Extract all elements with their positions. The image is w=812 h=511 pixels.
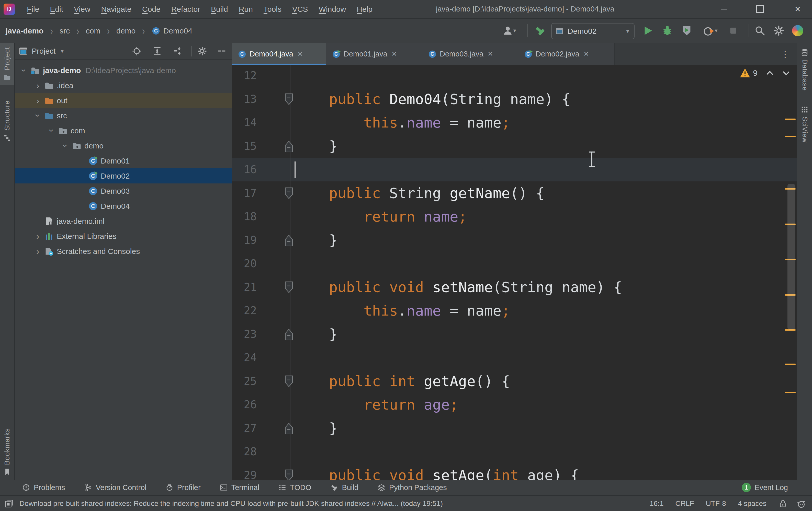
editor-tab-demo02.java[interactable]: CDemo02.java✕ xyxy=(518,43,615,65)
ide-features-button[interactable] xyxy=(791,23,804,39)
fold-marker-end[interactable] xyxy=(283,422,294,434)
chevron-expanded-icon[interactable]: › xyxy=(19,65,29,76)
line-number[interactable]: 22 xyxy=(232,299,257,323)
hide-panel-button[interactable] xyxy=(217,46,227,56)
line-number[interactable]: 16 xyxy=(232,158,257,181)
user-account-button[interactable]: ▾ xyxy=(503,23,516,39)
collapse-all-button[interactable] xyxy=(172,46,182,56)
breadcrumb-item-java-demo[interactable]: java-demo xyxy=(6,27,44,35)
code-line-15[interactable]: 15 } xyxy=(232,134,797,158)
code-editor[interactable]: 1213 public Demo04(String name) {14 this… xyxy=(232,65,797,480)
tree-item-demo04[interactable]: CDemo04 xyxy=(15,199,232,214)
editor-tab-demo04.java[interactable]: CDemo04.java✕ xyxy=(232,43,326,65)
highlighting-level-icon[interactable] xyxy=(796,499,806,509)
run-with-coverage-button[interactable] xyxy=(680,23,693,39)
tool-window-button-python-packages[interactable]: Python Packages xyxy=(377,483,447,492)
tree-item-demo02[interactable]: CDemo02 xyxy=(15,169,232,183)
line-number[interactable]: 27 xyxy=(232,417,257,440)
tool-window-button-version-control[interactable]: Version Control xyxy=(84,483,146,492)
menu-run[interactable]: Run xyxy=(233,0,258,18)
tool-window-switcher-icon[interactable] xyxy=(5,499,14,508)
line-number[interactable]: 23 xyxy=(232,323,257,346)
line-number[interactable]: 20 xyxy=(232,252,257,275)
profiler-button[interactable]: ▾ xyxy=(699,23,721,39)
minimize-button[interactable] xyxy=(712,0,736,18)
breadcrumb-item-demo[interactable]: demo xyxy=(116,27,136,35)
fold-marker-end[interactable] xyxy=(283,328,294,340)
menu-build[interactable]: Build xyxy=(206,0,233,18)
event-log-button[interactable]: 1 Event Log xyxy=(742,483,788,492)
tool-window-button-build[interactable]: Build xyxy=(330,483,358,492)
code-line-13[interactable]: 13 public Demo04(String name) { xyxy=(232,87,797,111)
search-everywhere-button[interactable] xyxy=(753,23,766,39)
warning-stripe-mark[interactable] xyxy=(785,364,795,365)
line-number[interactable]: 13 xyxy=(232,87,257,111)
maximize-button[interactable] xyxy=(748,0,772,18)
tool-stripe-structure[interactable]: Structure xyxy=(0,96,14,146)
warning-stripe-mark[interactable] xyxy=(785,119,795,120)
project-panel-title[interactable]: Project xyxy=(32,47,56,55)
tool-stripe-database[interactable]: Database xyxy=(798,44,812,95)
next-warning-button[interactable] xyxy=(782,68,791,78)
code-line-26[interactable]: 26 return age; xyxy=(232,393,797,417)
warning-stripe-mark[interactable] xyxy=(785,392,795,393)
line-number[interactable]: 15 xyxy=(232,134,257,158)
menu-vcs[interactable]: VCS xyxy=(287,0,314,18)
run-configuration-select[interactable]: Demo02 ▼ xyxy=(551,23,635,39)
tab-close-icon[interactable]: ✕ xyxy=(297,50,303,58)
tab-close-icon[interactable]: ✕ xyxy=(392,50,397,58)
code-line-22[interactable]: 22 this.name = name; xyxy=(232,299,797,323)
tree-item-scratches-and-consoles[interactable]: ›Scratches and Consoles xyxy=(15,244,232,259)
chevron-expanded-icon[interactable]: › xyxy=(61,140,70,151)
breadcrumb-item-com[interactable]: com xyxy=(86,27,100,35)
editor-tab-demo01.java[interactable]: CDemo01.java✕ xyxy=(326,43,423,65)
code-line-14[interactable]: 14 this.name = name; xyxy=(232,111,797,134)
fold-marker-start[interactable] xyxy=(283,93,294,105)
panel-settings-button[interactable] xyxy=(197,46,207,56)
tree-item--idea[interactable]: ›.idea xyxy=(15,78,232,93)
code-line-20[interactable]: 20 xyxy=(232,252,797,275)
previous-warning-button[interactable] xyxy=(765,68,775,78)
tree-item-com[interactable]: ›com xyxy=(15,123,232,138)
editor-tab-demo03.java[interactable]: CDemo03.java✕ xyxy=(423,43,518,65)
menu-edit[interactable]: Edit xyxy=(45,0,68,18)
code-line-12[interactable]: 12 xyxy=(232,65,797,87)
warning-stripe-mark[interactable] xyxy=(785,136,795,137)
chevron-collapsed-icon[interactable]: › xyxy=(32,81,44,90)
chevron-collapsed-icon[interactable]: › xyxy=(32,246,44,256)
fold-marker-start[interactable] xyxy=(283,375,294,387)
more-tabs-icon[interactable]: ⋮ xyxy=(781,43,789,65)
encoding-widget[interactable]: UTF-8 xyxy=(706,500,726,508)
tab-close-icon[interactable]: ✕ xyxy=(488,50,493,58)
tree-item-external-libraries[interactable]: ›External Libraries xyxy=(15,229,232,244)
line-number[interactable]: 29 xyxy=(232,463,257,480)
menu-code[interactable]: Code xyxy=(137,0,166,18)
line-number[interactable]: 17 xyxy=(232,181,257,205)
tree-item-src[interactable]: ›src xyxy=(15,108,232,123)
fold-marker-start[interactable] xyxy=(283,469,294,480)
chevron-expanded-icon[interactable]: › xyxy=(47,125,57,137)
code-line-18[interactable]: 18 return name; xyxy=(232,205,797,229)
code-line-19[interactable]: 19 } xyxy=(232,229,797,252)
editor-scrollbar[interactable] xyxy=(787,184,795,330)
tool-window-button-todo[interactable]: TODO xyxy=(278,483,311,492)
line-number[interactable]: 28 xyxy=(232,440,257,463)
code-line-16[interactable]: 16 xyxy=(232,158,797,181)
code-line-27[interactable]: 27 } xyxy=(232,417,797,440)
code-line-28[interactable]: 28 xyxy=(232,440,797,463)
line-number[interactable]: 12 xyxy=(232,65,257,87)
menu-tools[interactable]: Tools xyxy=(258,0,287,18)
line-number[interactable]: 24 xyxy=(232,346,257,369)
menu-window[interactable]: Window xyxy=(314,0,352,18)
code-line-25[interactable]: 25 public int getAge() { xyxy=(232,369,797,393)
run-button[interactable] xyxy=(641,23,655,39)
line-number[interactable]: 19 xyxy=(232,229,257,252)
tree-item-java-demo-iml[interactable]: java-demo.iml xyxy=(15,214,232,229)
line-number[interactable]: 14 xyxy=(232,111,257,134)
breadcrumb-item-Demo04[interactable]: Demo04 xyxy=(163,27,192,35)
tool-window-button-terminal[interactable]: Terminal xyxy=(220,483,260,492)
expand-all-button[interactable] xyxy=(152,46,162,56)
chevron-collapsed-icon[interactable]: › xyxy=(32,231,44,241)
line-number[interactable]: 26 xyxy=(232,393,257,417)
debug-button[interactable] xyxy=(661,23,674,39)
